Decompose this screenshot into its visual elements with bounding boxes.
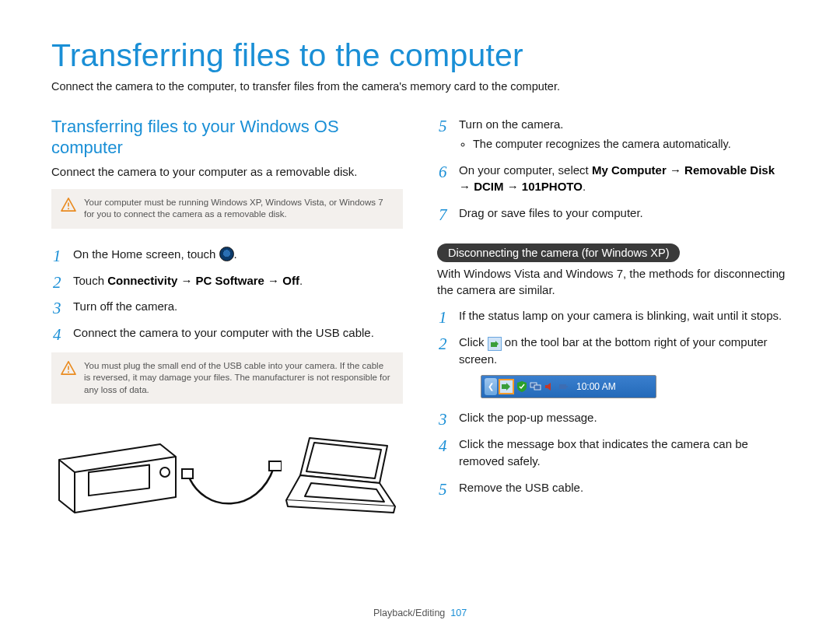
step-3: Turn off the camera.: [51, 298, 403, 315]
section-heading: Transferring files to your Windows OS co…: [51, 116, 403, 159]
step-5: Turn on the camera. The computer recogni…: [437, 116, 789, 152]
dstep-5: Remove the USB cable.: [437, 479, 789, 496]
svg-rect-6: [182, 469, 193, 478]
step-2: Touch Connectivity → PC Software → Off.: [51, 272, 403, 289]
note-text: Your computer must be running Windows XP…: [84, 197, 392, 221]
safely-remove-tray-icon: [499, 379, 514, 394]
note-box-usb: You must plug the small end of the USB c…: [51, 352, 403, 405]
dstep-3: Click the pop-up message.: [437, 409, 789, 426]
steps-list-left: On the Home screen, touch . Touch Connec…: [51, 246, 403, 342]
subsection-intro: With Windows Vista and Windows 7, the me…: [437, 265, 789, 298]
subsection-pill: Disconnecting the camera (for Windows XP…: [437, 243, 680, 262]
camera-drawing: [51, 429, 191, 530]
step-6: On your computer, select My Computer → R…: [437, 162, 789, 196]
laptop-drawing: [271, 429, 403, 530]
dstep-4: Click the message box that indicates the…: [437, 436, 789, 470]
note-text: You must plug the small end of the USB c…: [84, 360, 392, 397]
page-intro: Connect the camera to the computer, to t…: [51, 79, 789, 96]
step-1: On the Home screen, touch .: [51, 246, 403, 263]
right-column: Turn on the camera. The computer recogni…: [437, 116, 789, 538]
svg-rect-13: [566, 386, 568, 387]
disconnect-steps: If the status lamp on your camera is bli…: [437, 307, 789, 496]
svg-point-5: [160, 468, 170, 477]
note-box-requirements: Your computer must be running Windows XP…: [51, 189, 403, 229]
manual-page: Transferring files to the computer Conne…: [0, 0, 840, 561]
page-footer: Playback/Editing 107: [0, 608, 840, 618]
monitors-tray-icon: [530, 380, 542, 393]
svg-rect-12: [559, 384, 566, 389]
caution-icon: [61, 361, 76, 375]
step-4: Connect the camera to your computer with…: [51, 324, 403, 342]
windows-taskbar-tray: ❮ 10:00 AM: [481, 375, 656, 398]
shield-tray-icon: [516, 380, 528, 393]
steps-list-right: Turn on the camera. The computer recogni…: [437, 116, 789, 222]
step-5-sub: The computer recognizes the camera autom…: [459, 136, 789, 152]
tray-expand-icon: ❮: [485, 378, 497, 395]
footer-page-number: 107: [450, 608, 467, 618]
tray-clock: 10:00 AM: [576, 380, 616, 394]
left-column: Transferring files to your Windows OS co…: [51, 116, 403, 538]
svg-point-3: [68, 371, 69, 373]
dstep-2: Click on the tool bar at the bottom righ…: [437, 334, 789, 399]
two-column-layout: Transferring files to your Windows OS co…: [51, 116, 789, 538]
menu-path: Connectivity → PC Software → Off: [107, 274, 299, 287]
section-intro: Connect the camera to your computer as a…: [51, 163, 403, 180]
home-round-icon: [219, 247, 234, 261]
camera-to-laptop-illustration: [51, 421, 403, 538]
svg-point-1: [68, 208, 69, 209]
svg-rect-11: [534, 385, 541, 390]
usb-cable-drawing: [180, 429, 282, 530]
page-title: Transferring files to the computer: [51, 37, 789, 74]
caution-icon: [61, 198, 76, 212]
footer-section: Playback/Editing: [373, 608, 445, 618]
dstep-1: If the status lamp on your camera is bli…: [437, 307, 789, 324]
volume-tray-icon: [544, 380, 556, 393]
safely-remove-icon: [488, 337, 502, 351]
power-tray-icon: [558, 380, 570, 393]
step-7: Drag or save files to your computer.: [437, 205, 789, 222]
